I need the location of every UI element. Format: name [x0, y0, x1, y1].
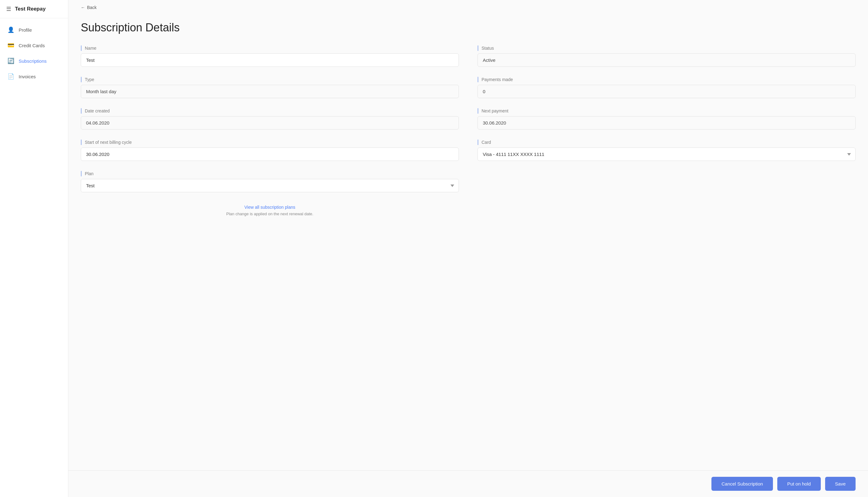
- payments-field: Payments made: [478, 77, 856, 98]
- sidebar-item-label: Profile: [19, 27, 32, 33]
- app-title: Test Reepay: [15, 6, 46, 12]
- card-select[interactable]: Visa - 4111 11XX XXXX 1111: [478, 147, 856, 161]
- plan-field: Plan Test: [81, 171, 459, 192]
- page-title: Subscription Details: [81, 21, 856, 34]
- plan-info: View all subscription plans Plan change …: [81, 202, 459, 216]
- sidebar-item-label: Invoices: [19, 74, 36, 79]
- name-input[interactable]: [81, 54, 459, 67]
- payments-label: Payments made: [478, 77, 856, 82]
- profile-icon: 👤: [8, 26, 14, 33]
- card-label: Card: [478, 140, 856, 145]
- sidebar-item-credit-cards[interactable]: 💳 Credit Cards: [0, 38, 68, 53]
- sidebar: ☰ Test Reepay 👤 Profile 💳 Credit Cards 🔄…: [0, 0, 68, 497]
- content-area: Subscription Details Name Status Type Pa…: [68, 15, 868, 497]
- put-on-hold-button[interactable]: Put on hold: [777, 477, 821, 491]
- next-payment-input: [478, 116, 856, 129]
- next-payment-label: Next payment: [478, 108, 856, 114]
- cancel-subscription-button[interactable]: Cancel Subscription: [711, 477, 773, 491]
- save-button[interactable]: Save: [825, 477, 856, 491]
- date-created-field: Date created: [81, 108, 459, 129]
- next-billing-input[interactable]: [81, 147, 459, 161]
- back-arrow-icon: ←: [81, 5, 85, 10]
- next-billing-field: Start of next billing cycle: [81, 140, 459, 161]
- type-label: Type: [81, 77, 459, 82]
- sidebar-item-subscriptions[interactable]: 🔄 Subscriptions: [0, 53, 68, 69]
- sidebar-item-label: Credit Cards: [19, 43, 45, 48]
- plan-note: Plan change is applied on the next renew…: [226, 212, 313, 216]
- view-plans-link[interactable]: View all subscription plans: [244, 205, 296, 210]
- date-created-input: [81, 116, 459, 129]
- sidebar-header: ☰ Test Reepay: [0, 0, 68, 18]
- name-label: Name: [81, 45, 459, 51]
- main-content: ← Back Subscription Details Name Status …: [68, 0, 868, 497]
- sidebar-item-profile[interactable]: 👤 Profile: [0, 22, 68, 38]
- next-payment-field: Next payment: [478, 108, 856, 129]
- sidebar-nav: 👤 Profile 💳 Credit Cards 🔄 Subscriptions…: [0, 18, 68, 88]
- hamburger-icon[interactable]: ☰: [6, 5, 11, 12]
- plan-label: Plan: [81, 171, 459, 176]
- plan-right-spacer: [478, 171, 856, 192]
- footer-actions: Cancel Subscription Put on hold Save: [68, 470, 868, 497]
- invoices-icon: 📄: [8, 73, 14, 80]
- plan-select[interactable]: Test: [81, 179, 459, 192]
- status-input: [478, 54, 856, 67]
- status-label: Status: [478, 45, 856, 51]
- name-field: Name: [81, 45, 459, 67]
- type-field: Type: [81, 77, 459, 98]
- type-input: [81, 85, 459, 98]
- payments-input: [478, 85, 856, 98]
- back-label: Back: [87, 5, 97, 10]
- sidebar-item-invoices[interactable]: 📄 Invoices: [0, 69, 68, 84]
- next-billing-label: Start of next billing cycle: [81, 140, 459, 145]
- sidebar-item-label: Subscriptions: [19, 58, 47, 64]
- date-created-label: Date created: [81, 108, 459, 114]
- status-field: Status: [478, 45, 856, 67]
- top-bar: ← Back: [68, 0, 868, 15]
- subscriptions-icon: 🔄: [8, 57, 14, 64]
- card-field: Card Visa - 4111 11XX XXXX 1111: [478, 140, 856, 161]
- credit-cards-icon: 💳: [8, 42, 14, 49]
- form-grid: Name Status Type Payments made Date crea…: [81, 45, 856, 216]
- back-button[interactable]: ← Back: [81, 5, 97, 10]
